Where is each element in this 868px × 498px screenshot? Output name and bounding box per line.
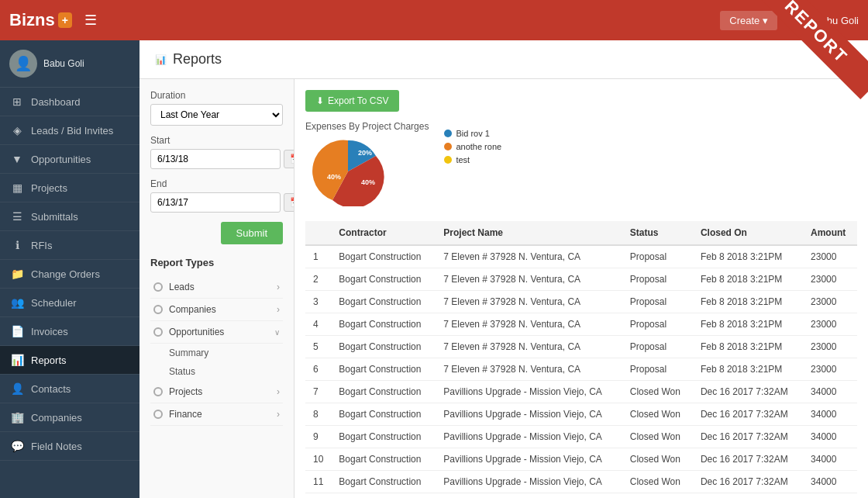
sidebar-item-rfis[interactable]: ℹ RFIs [0, 231, 140, 260]
opportunities-arrow-icon: ∨ [274, 328, 280, 337]
content-area: 📊 Reports Duration Last One Year Start 📅… [140, 40, 868, 498]
cell-status: Proposal [622, 291, 693, 313]
main-layout: 👤 Babu Goli ⊞ Dashboard ◈ Leads / Bid In… [0, 40, 868, 498]
opportunities-radio[interactable] [153, 327, 163, 337]
start-date-field: 📅 [150, 149, 283, 169]
end-date-input[interactable] [150, 192, 281, 213]
page-header: 📊 Reports [140, 40, 868, 79]
sidebar-item-reports[interactable]: 📊 Reports [0, 346, 140, 375]
duration-select[interactable]: Last One Year [150, 104, 283, 126]
companies-arrow-icon: › [277, 304, 280, 315]
cell-closedon: Dec 16 2017 7:32AM [693, 471, 803, 493]
cell-closedon: Feb 8 2018 3:21PM [693, 245, 803, 268]
cell-project: 7 Eleven # 37928 N. Ventura, CA [436, 358, 622, 381]
col-project: Project Name [436, 221, 622, 245]
report-subitem-summary[interactable]: Summary [150, 344, 283, 362]
legend-dot-1 [444, 130, 452, 137]
report-type-companies[interactable]: Companies › [150, 299, 283, 321]
logo: Bizns + [9, 10, 72, 30]
legend-label-1: Bid rov 1 [456, 129, 489, 138]
report-subitem-status[interactable]: Status [150, 362, 283, 381]
sidebar-label-companies: Companies [31, 412, 82, 424]
hamburger-button[interactable]: ☰ [84, 12, 97, 29]
content-body: Duration Last One Year Start 📅 End 📅 [140, 79, 868, 498]
cell-num: 9 [305, 426, 331, 448]
cell-project: Pavillions Upgrade - Mission Viejo, CA [436, 381, 622, 403]
projects-radio[interactable] [153, 387, 163, 396]
table-row: 8 Bogart Construction Pavillions Upgrade… [305, 403, 857, 426]
cell-status: Closed Won [622, 426, 693, 448]
cell-num: 10 [305, 448, 331, 471]
start-calendar-button[interactable]: 📅 [284, 150, 294, 168]
export-csv-button[interactable]: ⬇ Export To CSV [305, 90, 399, 112]
cell-amount: 23000 [803, 336, 857, 358]
sidebar-item-contacts[interactable]: 👤 Contacts [0, 375, 140, 403]
status-label: Status [169, 366, 195, 377]
cell-project: Pavillions Upgrade - Mission Viejo, CA [436, 471, 622, 493]
cell-num: 5 [305, 336, 331, 358]
sidebar-item-submittals[interactable]: ☰ Submittals [0, 202, 140, 231]
col-num [305, 221, 331, 245]
cell-contractor: Bogart Construction [331, 313, 436, 336]
report-type-leads[interactable]: Leads › [150, 276, 283, 299]
cell-status: Proposal [622, 313, 693, 336]
cell-status: Closed Won [622, 471, 693, 493]
companies-radio[interactable] [153, 305, 163, 314]
leads-label: Leads [169, 282, 195, 292]
finance-arrow-icon: › [277, 409, 280, 420]
cell-contractor: Bogart Construction [331, 426, 436, 448]
sidebar-label-changeorders: Change Orders [31, 268, 100, 280]
sidebar-item-projects[interactable]: ▦ Projects [0, 174, 140, 202]
avatar: 👤 [9, 50, 37, 78]
opportunities-icon: ▼ [11, 153, 23, 165]
companies-label: Companies [169, 304, 216, 315]
cell-contractor: Bogart Construction [331, 358, 436, 381]
cell-contractor: Bogart Construction [331, 268, 436, 291]
cell-project: Pavillions Upgrade - Mission Viejo, CA [436, 448, 622, 471]
cell-project: 7 Eleven # 37928 N. Ventura, CA [436, 291, 622, 313]
report-banner: REPORT [760, 0, 868, 109]
sidebar-label-opportunities: Opportunities [31, 154, 91, 165]
submit-button[interactable]: Submit [221, 222, 283, 244]
end-date-field: 📅 [150, 192, 283, 213]
cell-num: 11 [305, 471, 331, 493]
sidebar-item-opportunities[interactable]: ▼ Opportunities [0, 145, 140, 174]
svg-text:40%: 40% [361, 178, 375, 186]
chart-section: Expenses By Project Charges 20% 40% [305, 121, 857, 209]
cell-closedon: Feb 8 2018 3:21PM [693, 291, 803, 313]
report-type-finance[interactable]: Finance › [150, 403, 283, 426]
sidebar-label-leads: Leads / Bid Invites [31, 125, 113, 137]
cell-num: 1 [305, 245, 331, 268]
cell-status: Closed Won [622, 448, 693, 471]
table-row: 10 Bogart Construction Pavillions Upgrad… [305, 448, 857, 471]
finance-radio[interactable] [153, 410, 163, 419]
cell-amount: 23000 [803, 291, 857, 313]
legend-dot-2 [444, 143, 452, 150]
changeorders-icon: 📁 [11, 268, 23, 280]
dashboard-icon: ⊞ [11, 95, 23, 108]
table-row: 1 Bogart Construction 7 Eleven # 37928 N… [305, 245, 857, 268]
cell-num: 2 [305, 268, 331, 291]
report-type-opportunities[interactable]: Opportunities ∨ [150, 321, 283, 344]
end-calendar-button[interactable]: 📅 [284, 193, 294, 212]
sidebar-item-invoices[interactable]: 📄 Invoices [0, 317, 140, 346]
start-date-input[interactable] [150, 149, 281, 169]
duration-label: Duration [150, 90, 283, 101]
table-row: 2 Bogart Construction 7 Eleven # 37928 N… [305, 268, 857, 291]
sidebar-item-changeorders[interactable]: 📁 Change Orders [0, 260, 140, 289]
chart-container: Expenses By Project Charges 20% 40% [305, 121, 429, 209]
sidebar-label-rfis: RFIs [31, 240, 52, 251]
sidebar-item-dashboard[interactable]: ⊞ Dashboard [0, 88, 140, 116]
sidebar-item-leads[interactable]: ◈ Leads / Bid Invites [0, 116, 140, 145]
sidebar-label-contacts: Contacts [31, 383, 71, 395]
cell-contractor: Bogart Construction [331, 448, 436, 471]
sidebar-item-companies[interactable]: 🏢 Companies [0, 403, 140, 432]
cell-contractor: Bogart Construction [331, 403, 436, 426]
report-types-title: Report Types [150, 257, 283, 268]
sidebar-item-fieldnotes[interactable]: 💬 Field Notes [0, 432, 140, 461]
leads-radio[interactable] [153, 282, 163, 292]
report-type-projects[interactable]: Projects › [150, 381, 283, 403]
start-label: Start [150, 135, 283, 146]
sidebar-item-scheduler[interactable]: 👥 Scheduler [0, 289, 140, 317]
cell-status: Proposal [622, 336, 693, 358]
